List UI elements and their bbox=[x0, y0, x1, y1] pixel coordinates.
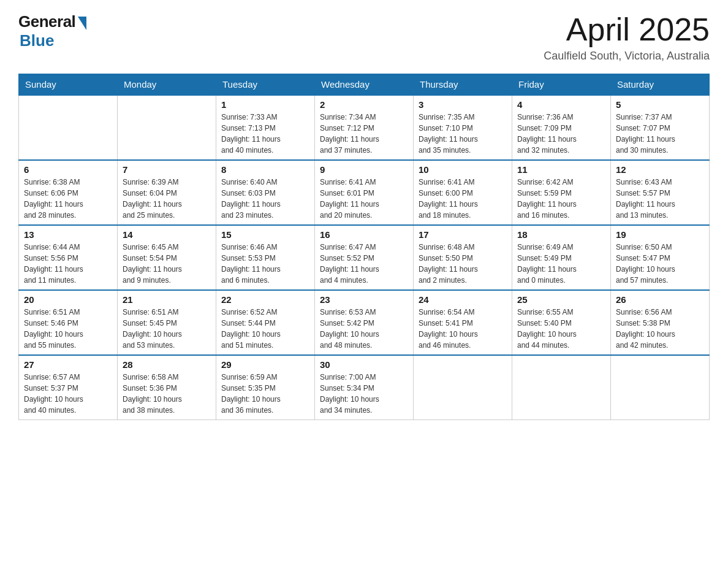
day-number: 12 bbox=[616, 164, 704, 175]
day-info: Sunrise: 7:37 AM Sunset: 7:07 PM Dayligh… bbox=[616, 112, 704, 156]
day-number: 8 bbox=[221, 164, 309, 175]
day-number: 20 bbox=[24, 294, 112, 305]
day-info: Sunrise: 6:50 AM Sunset: 5:47 PM Dayligh… bbox=[616, 242, 704, 286]
day-info: Sunrise: 6:40 AM Sunset: 6:03 PM Dayligh… bbox=[221, 177, 309, 221]
calendar-cell: 2Sunrise: 7:34 AM Sunset: 7:12 PM Daylig… bbox=[315, 95, 414, 160]
day-info: Sunrise: 6:59 AM Sunset: 5:35 PM Dayligh… bbox=[221, 372, 309, 416]
calendar-cell: 1Sunrise: 7:33 AM Sunset: 7:13 PM Daylig… bbox=[216, 95, 315, 160]
calendar-day-header: Sunday bbox=[19, 74, 118, 96]
calendar-cell: 24Sunrise: 6:54 AM Sunset: 5:41 PM Dayli… bbox=[414, 290, 512, 355]
calendar-header-row: SundayMondayTuesdayWednesdayThursdayFrid… bbox=[19, 74, 710, 96]
calendar-cell bbox=[118, 95, 216, 160]
calendar-cell: 14Sunrise: 6:45 AM Sunset: 5:54 PM Dayli… bbox=[118, 225, 216, 290]
day-info: Sunrise: 6:53 AM Sunset: 5:42 PM Dayligh… bbox=[320, 307, 408, 351]
day-number: 6 bbox=[24, 164, 112, 175]
day-number: 16 bbox=[320, 229, 408, 240]
day-info: Sunrise: 6:55 AM Sunset: 5:40 PM Dayligh… bbox=[517, 307, 605, 351]
logo-general-text: General bbox=[18, 12, 75, 31]
calendar-day-header: Wednesday bbox=[315, 74, 414, 96]
calendar-cell: 18Sunrise: 6:49 AM Sunset: 5:49 PM Dayli… bbox=[512, 225, 611, 290]
calendar-cell: 8Sunrise: 6:40 AM Sunset: 6:03 PM Daylig… bbox=[216, 160, 315, 225]
calendar-cell: 7Sunrise: 6:39 AM Sunset: 6:04 PM Daylig… bbox=[118, 160, 216, 225]
day-number: 24 bbox=[419, 294, 507, 305]
day-info: Sunrise: 7:33 AM Sunset: 7:13 PM Dayligh… bbox=[221, 112, 309, 156]
calendar-cell: 10Sunrise: 6:41 AM Sunset: 6:00 PM Dayli… bbox=[414, 160, 512, 225]
day-info: Sunrise: 6:38 AM Sunset: 6:06 PM Dayligh… bbox=[24, 177, 112, 221]
day-info: Sunrise: 6:43 AM Sunset: 5:57 PM Dayligh… bbox=[616, 177, 704, 221]
day-info: Sunrise: 7:36 AM Sunset: 7:09 PM Dayligh… bbox=[517, 112, 605, 156]
month-title: April 2025 bbox=[544, 12, 710, 47]
day-number: 2 bbox=[320, 99, 408, 110]
calendar-cell: 9Sunrise: 6:41 AM Sunset: 6:01 PM Daylig… bbox=[315, 160, 414, 225]
logo-triangle-icon bbox=[78, 17, 86, 30]
calendar-cell bbox=[19, 95, 118, 160]
calendar-day-header: Friday bbox=[512, 74, 611, 96]
day-info: Sunrise: 6:46 AM Sunset: 5:53 PM Dayligh… bbox=[221, 242, 309, 286]
calendar-week-row: 1Sunrise: 7:33 AM Sunset: 7:13 PM Daylig… bbox=[19, 95, 710, 160]
logo: General Blue bbox=[18, 12, 86, 50]
calendar-cell bbox=[414, 355, 512, 420]
day-info: Sunrise: 6:41 AM Sunset: 6:00 PM Dayligh… bbox=[419, 177, 507, 221]
day-info: Sunrise: 7:34 AM Sunset: 7:12 PM Dayligh… bbox=[320, 112, 408, 156]
day-info: Sunrise: 6:39 AM Sunset: 6:04 PM Dayligh… bbox=[123, 177, 211, 221]
day-info: Sunrise: 6:56 AM Sunset: 5:38 PM Dayligh… bbox=[616, 307, 704, 351]
day-number: 13 bbox=[24, 229, 112, 240]
day-number: 14 bbox=[123, 229, 211, 240]
day-number: 1 bbox=[221, 99, 309, 110]
calendar-day-header: Saturday bbox=[611, 74, 710, 96]
calendar-week-row: 20Sunrise: 6:51 AM Sunset: 5:46 PM Dayli… bbox=[19, 290, 710, 355]
calendar-day-header: Tuesday bbox=[216, 74, 315, 96]
calendar-cell: 23Sunrise: 6:53 AM Sunset: 5:42 PM Dayli… bbox=[315, 290, 414, 355]
day-info: Sunrise: 6:44 AM Sunset: 5:56 PM Dayligh… bbox=[24, 242, 112, 286]
day-number: 17 bbox=[419, 229, 507, 240]
day-number: 22 bbox=[221, 294, 309, 305]
calendar-day-header: Monday bbox=[118, 74, 216, 96]
day-number: 15 bbox=[221, 229, 309, 240]
day-number: 28 bbox=[123, 359, 211, 370]
day-number: 9 bbox=[320, 164, 408, 175]
day-info: Sunrise: 6:58 AM Sunset: 5:36 PM Dayligh… bbox=[123, 372, 211, 416]
logo-blue-text: Blue bbox=[20, 31, 54, 50]
day-info: Sunrise: 7:35 AM Sunset: 7:10 PM Dayligh… bbox=[419, 112, 507, 156]
day-info: Sunrise: 6:49 AM Sunset: 5:49 PM Dayligh… bbox=[517, 242, 605, 286]
calendar-cell: 3Sunrise: 7:35 AM Sunset: 7:10 PM Daylig… bbox=[414, 95, 512, 160]
calendar-cell bbox=[611, 355, 710, 420]
day-number: 26 bbox=[616, 294, 704, 305]
day-number: 23 bbox=[320, 294, 408, 305]
title-block: April 2025 Caulfield South, Victoria, Au… bbox=[544, 12, 710, 63]
calendar-cell: 17Sunrise: 6:48 AM Sunset: 5:50 PM Dayli… bbox=[414, 225, 512, 290]
day-info: Sunrise: 7:00 AM Sunset: 5:34 PM Dayligh… bbox=[320, 372, 408, 416]
calendar-cell: 15Sunrise: 6:46 AM Sunset: 5:53 PM Dayli… bbox=[216, 225, 315, 290]
calendar-cell: 4Sunrise: 7:36 AM Sunset: 7:09 PM Daylig… bbox=[512, 95, 611, 160]
day-number: 18 bbox=[517, 229, 605, 240]
day-number: 29 bbox=[221, 359, 309, 370]
calendar-cell: 22Sunrise: 6:52 AM Sunset: 5:44 PM Dayli… bbox=[216, 290, 315, 355]
day-number: 11 bbox=[517, 164, 605, 175]
calendar-cell: 20Sunrise: 6:51 AM Sunset: 5:46 PM Dayli… bbox=[19, 290, 118, 355]
calendar-cell: 25Sunrise: 6:55 AM Sunset: 5:40 PM Dayli… bbox=[512, 290, 611, 355]
calendar-body: 1Sunrise: 7:33 AM Sunset: 7:13 PM Daylig… bbox=[19, 95, 710, 420]
calendar-cell: 27Sunrise: 6:57 AM Sunset: 5:37 PM Dayli… bbox=[19, 355, 118, 420]
calendar-cell: 19Sunrise: 6:50 AM Sunset: 5:47 PM Dayli… bbox=[611, 225, 710, 290]
calendar-week-row: 13Sunrise: 6:44 AM Sunset: 5:56 PM Dayli… bbox=[19, 225, 710, 290]
day-number: 25 bbox=[517, 294, 605, 305]
day-number: 30 bbox=[320, 359, 408, 370]
calendar-cell: 30Sunrise: 7:00 AM Sunset: 5:34 PM Dayli… bbox=[315, 355, 414, 420]
day-info: Sunrise: 6:57 AM Sunset: 5:37 PM Dayligh… bbox=[24, 372, 112, 416]
day-info: Sunrise: 6:47 AM Sunset: 5:52 PM Dayligh… bbox=[320, 242, 408, 286]
day-info: Sunrise: 6:51 AM Sunset: 5:46 PM Dayligh… bbox=[24, 307, 112, 351]
calendar-cell: 21Sunrise: 6:51 AM Sunset: 5:45 PM Dayli… bbox=[118, 290, 216, 355]
day-number: 19 bbox=[616, 229, 704, 240]
page-header: General Blue April 2025 Caulfield South,… bbox=[18, 12, 710, 63]
day-number: 4 bbox=[517, 99, 605, 110]
day-info: Sunrise: 6:54 AM Sunset: 5:41 PM Dayligh… bbox=[419, 307, 507, 351]
day-number: 5 bbox=[616, 99, 704, 110]
calendar-cell bbox=[512, 355, 611, 420]
calendar-table: SundayMondayTuesdayWednesdayThursdayFrid… bbox=[18, 74, 710, 420]
day-info: Sunrise: 6:51 AM Sunset: 5:45 PM Dayligh… bbox=[123, 307, 211, 351]
location-subtitle: Caulfield South, Victoria, Australia bbox=[544, 50, 710, 63]
day-info: Sunrise: 6:48 AM Sunset: 5:50 PM Dayligh… bbox=[419, 242, 507, 286]
calendar-cell: 16Sunrise: 6:47 AM Sunset: 5:52 PM Dayli… bbox=[315, 225, 414, 290]
day-number: 7 bbox=[123, 164, 211, 175]
calendar-week-row: 6Sunrise: 6:38 AM Sunset: 6:06 PM Daylig… bbox=[19, 160, 710, 225]
